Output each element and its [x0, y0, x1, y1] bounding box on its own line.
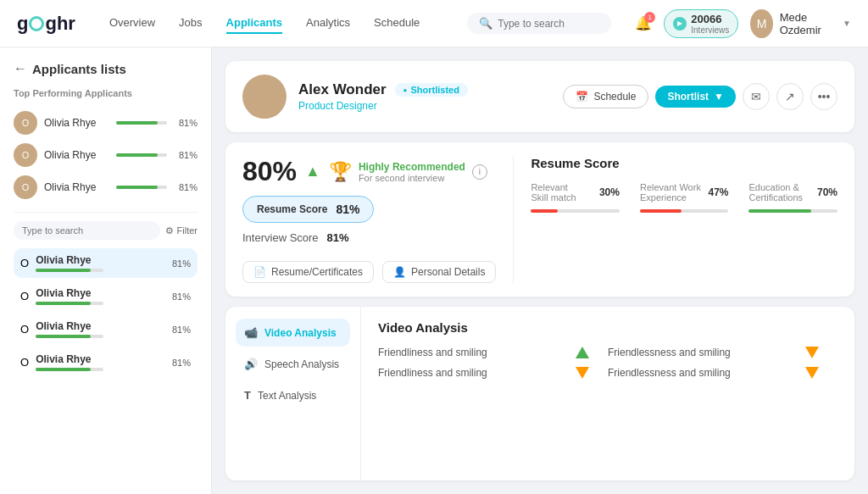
metric-bar [531, 209, 620, 213]
personal-label: Personal Details [411, 266, 485, 278]
down-arrow-icon [576, 367, 589, 379]
analysis-row-label: Friendliness and smiling [378, 347, 557, 358]
applicant-card[interactable]: O Olivia Rhye 81% [14, 347, 198, 377]
back-arrow-icon: ← [14, 61, 27, 76]
analysis-tabs: 📹 Video Analysis 🔊 Speech Analysis T Tex… [225, 307, 361, 480]
tab-video-analysis[interactable]: 📹 Video Analysis [236, 319, 350, 347]
top-applicant-row[interactable]: O Olivia Rhye 81% [14, 171, 198, 203]
avatar: O [20, 323, 29, 336]
sidebar-back-btn[interactable]: ← Applicants lists [14, 61, 198, 76]
nav-icons: 🔔 1 ▶ 20066 Interviews M Mede Ozdemir ▼ [635, 9, 851, 38]
progress-bar [116, 186, 167, 189]
metric-header: Education &Certifications 70% [748, 182, 837, 203]
applicant-info: Olivia Rhye [36, 287, 165, 305]
candidate-actions: 📅 Schedule Shortlist ▼ ✉ ↗ ••• [563, 83, 837, 110]
svg-point-1 [249, 103, 280, 119]
applicant-card[interactable]: O Olivia Rhye 81% [14, 248, 198, 278]
speech-icon: 🔊 [244, 358, 258, 370]
candidate-photo [242, 75, 287, 119]
applicant-info: Olivia Rhye [36, 254, 165, 272]
interview-score-label-row: Interview Score 81% [242, 231, 496, 244]
tab-label: Video Analysis [264, 327, 337, 339]
recommended-main: Highly Recommended [359, 161, 465, 173]
nav-item-jobs[interactable]: Jobs [179, 13, 202, 34]
progress-bar [36, 269, 103, 272]
avatar: O [20, 290, 29, 303]
score-right: Resume Score RelevantSkill match 30% [513, 156, 837, 283]
personal-details-button[interactable]: 👤 Personal Details [382, 261, 496, 283]
text-icon: T [244, 389, 251, 402]
score-metric: RelevantSkill match 30% [531, 182, 620, 213]
negative-indicator [787, 367, 837, 379]
more-icon: ••• [818, 90, 831, 103]
nav-item-applicants[interactable]: Applicants [226, 13, 282, 34]
progress-bar [36, 368, 103, 371]
calendar-icon: 📅 [576, 91, 588, 103]
tab-speech-analysis[interactable]: 🔊 Speech Analysis [236, 350, 350, 378]
applicant-score: 81% [174, 118, 198, 128]
score-percentage: 80% [242, 156, 297, 187]
search-bar[interactable]: 🔍 [467, 13, 611, 34]
nav-item-overview[interactable]: Overview [109, 13, 155, 34]
progress-bar [36, 335, 103, 338]
resume-label: Resume/Certificates [271, 266, 363, 278]
negative-indicator [787, 347, 837, 358]
recommended-sub: For second interview [359, 173, 465, 183]
interviews-badge[interactable]: ▶ 20066 Interviews [664, 9, 738, 38]
top-applicant-row[interactable]: O Olivia Rhye 81% [14, 139, 198, 171]
metric-header: RelevantSkill match 30% [531, 182, 620, 203]
interview-score-label: Interview Score [242, 231, 319, 244]
doc-icon: 📄 [253, 266, 266, 278]
avatar: M [750, 9, 772, 38]
score-left: 80% ▲ 🏆 Highly Recommended For second in… [242, 156, 496, 283]
logo[interactable]: gghr [17, 13, 75, 35]
score-card: 80% ▲ 🏆 Highly Recommended For second in… [225, 142, 854, 297]
notification-bell[interactable]: 🔔 1 [635, 15, 652, 31]
avatar: O [14, 143, 37, 167]
share-icon: ↗ [785, 90, 795, 103]
info-icon[interactable]: i [472, 164, 487, 180]
filter-button[interactable]: ⚙ Filter [165, 225, 198, 236]
notification-badge: 1 [644, 12, 655, 23]
down-arrow-icon [805, 367, 819, 379]
mail-button[interactable]: ✉ [743, 83, 770, 110]
progress-bar [36, 302, 103, 305]
top-applicant-row[interactable]: O Olivia Rhye 81% [14, 107, 198, 139]
interviews-count: 20066 [691, 13, 729, 25]
applicant-card[interactable]: O Olivia Rhye 81% [14, 281, 198, 311]
applicant-name: Olivia Rhye [36, 287, 165, 299]
metric-value: 47% [708, 186, 728, 198]
sidebar-search-input[interactable] [14, 221, 160, 240]
applicants-list: O Olivia Rhye 81% O Olivia Rhye 81% O Ol… [14, 248, 198, 377]
metric-value: 30% [599, 186, 620, 198]
sidebar-divider [14, 212, 198, 213]
user-profile[interactable]: M Mede Ozdemir ▼ [750, 9, 851, 38]
filter-label: Filter [177, 225, 198, 236]
tab-text-analysis[interactable]: T Text Analysis [236, 381, 350, 409]
more-button[interactable]: ••• [810, 83, 837, 110]
nav-item-analytics[interactable]: Analytics [306, 13, 350, 34]
score-metric: Relevant WorkExperience 47% [640, 182, 729, 213]
shortlist-button[interactable]: Shortlist ▼ [655, 86, 736, 108]
interview-score-value: 81% [327, 231, 349, 244]
resume-score-pill[interactable]: Resume Score 81% [242, 196, 374, 223]
share-button[interactable]: ↗ [776, 83, 804, 110]
applicant-info: Olivia Rhye [36, 353, 165, 371]
avatar: O [20, 257, 29, 269]
metric-label: Education &Certifications [748, 182, 803, 203]
resume-button[interactable]: 📄 Resume/Certificates [242, 261, 374, 283]
interviews-label: Interviews [691, 25, 729, 35]
analysis-row-label: Friendlessness and smiling [608, 347, 787, 358]
metric-header: Relevant WorkExperience 47% [640, 182, 729, 203]
nav-item-schedule[interactable]: Schedule [374, 13, 420, 34]
analysis-row-label: Friendliness and smiling [378, 367, 557, 379]
mail-icon: ✉ [751, 90, 761, 103]
search-icon: 🔍 [479, 17, 492, 30]
schedule-button[interactable]: 📅 Schedule [563, 85, 648, 108]
applicant-name: Olivia Rhye [36, 353, 165, 365]
applicant-card[interactable]: O Olivia Rhye 81% [14, 314, 198, 344]
avatar: O [14, 175, 37, 199]
score-metric: Education &Certifications 70% [748, 182, 837, 213]
resume-score-value: 81% [336, 203, 359, 216]
search-input[interactable] [498, 18, 599, 30]
